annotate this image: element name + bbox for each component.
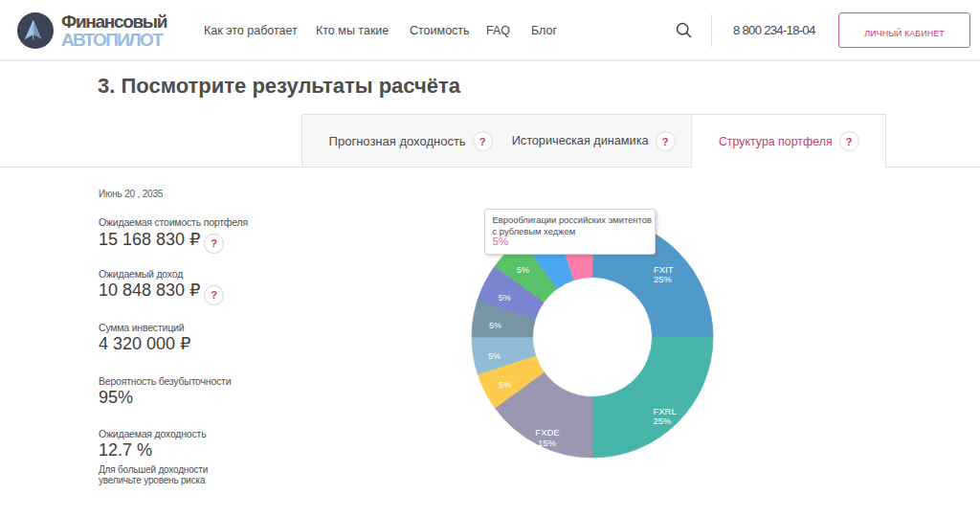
svg-text:5%: 5%	[488, 351, 501, 361]
svg-text:5%: 5%	[499, 380, 511, 390]
svg-text:5%: 5%	[517, 265, 529, 275]
svg-text:FXIT: FXIT	[654, 264, 674, 275]
svg-text:5%: 5%	[499, 293, 511, 303]
svg-text:FXDE: FXDE	[535, 427, 559, 438]
svg-text:15%: 15%	[538, 438, 557, 448]
svg-text:25%: 25%	[654, 274, 673, 284]
svg-text:5%: 5%	[489, 321, 501, 330]
svg-text:FXRL: FXRL	[653, 406, 676, 416]
svg-text:25%: 25%	[653, 416, 672, 426]
